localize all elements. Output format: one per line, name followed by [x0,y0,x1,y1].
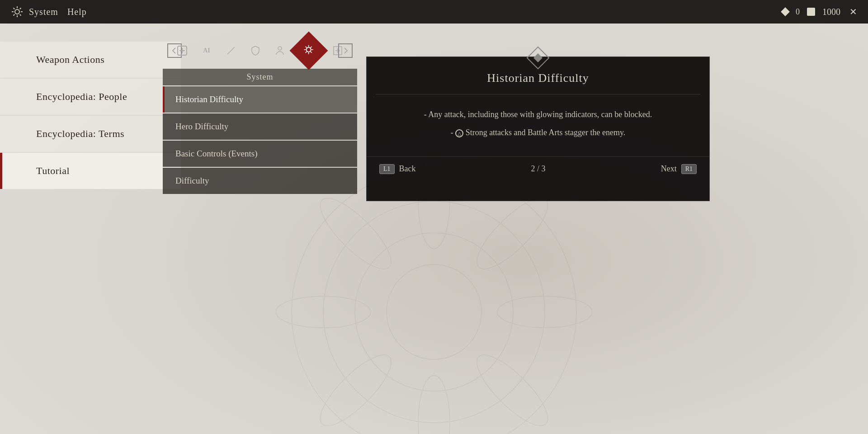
tab-next-arrow[interactable] [338,43,353,58]
detail-content-line-2: - △ Strong attacks and Battle Arts stagg… [383,125,693,140]
svg-point-14 [278,47,282,50]
currency-count: 0 [796,7,800,17]
currency-diamond-icon [781,7,790,16]
detail-content-line-2-text: Strong attacks and Battle Arts stagger t… [466,128,626,137]
back-button[interactable]: L1 Back [379,164,416,174]
detail-content-line-1: - Any attack, including those with glowi… [383,107,693,122]
next-button[interactable]: Next R1 [661,164,697,174]
sidebar-label-encyclopedia-terms: Encyclopedia: Terms [36,128,124,140]
detail-header-diamond [528,48,548,68]
triangle-icon: △ [455,129,463,137]
pagination: 2 / 3 [531,164,546,174]
detail-content: - Any attack, including those with glowi… [367,94,709,153]
tab-icon-1[interactable] [171,39,193,62]
menu-item-label-historian: Historian Difficulty [175,94,243,104]
next-badge: R1 [681,164,697,174]
tab-icons-row: AI [163,24,357,69]
menu-item-label-basic-controls: Basic Controls (Events) [175,149,258,158]
topbar-right: 0 1000 ✕ [782,6,857,17]
back-badge: L1 [379,164,395,174]
sidebar-label-weapon-actions: Weapon Actions [36,54,104,66]
back-label: Back [399,164,416,174]
center-panel: AI [163,24,357,195]
sidebar-item-encyclopedia-terms[interactable]: Encyclopedia: Terms [0,116,181,152]
sidebar: Weapon Actions Encyclopedia: People Ency… [0,24,181,434]
sidebar-label-encyclopedia-people: Encyclopedia: People [36,91,127,103]
svg-point-12 [15,9,19,14]
svg-point-1 [323,201,545,423]
sidebar-item-encyclopedia-people[interactable]: Encyclopedia: People [0,79,181,115]
menu-item-label-difficulty: Difficulty [175,176,209,185]
topbar-left: System Help [11,5,87,18]
next-label: Next [661,164,677,174]
menu-item-label-hero: Hero Difficulty [175,122,228,131]
topbar-help-label: Help [67,7,87,17]
svg-point-8 [418,375,450,434]
menu-item-basic-controls[interactable]: Basic Controls (Events) [163,141,357,167]
svg-point-2 [355,233,513,391]
sidebar-item-tutorial[interactable]: Tutorial [0,153,181,189]
close-icon[interactable]: ✕ [849,6,857,17]
stop-icon [807,8,815,16]
svg-point-3 [387,264,481,359]
menu-item-difficulty[interactable]: Difficulty [163,168,357,194]
topbar-system-label: System [29,7,58,17]
menu-item-historian-difficulty[interactable]: Historian Difficulty [163,86,357,113]
detail-panel: Historian Difficulty - Any attack, inclu… [366,57,710,201]
topbar: System Help 0 1000 ✕ [0,0,868,24]
sidebar-label-tutorial: Tutorial [36,165,70,177]
tab-icon-sword[interactable] [220,39,242,62]
tab-icon-shield[interactable] [244,39,267,62]
menu-list: Historian Difficulty Hero Difficulty Bas… [163,86,357,194]
currency-total: 1000 [822,7,840,17]
tab-icon-person[interactable] [269,39,291,62]
detail-footer: L1 Back 2 / 3 Next R1 [367,156,709,181]
section-label: System [163,69,357,85]
tab-icon-ai[interactable]: AI [195,39,218,62]
gear-icon [11,5,24,18]
svg-point-0 [292,170,576,434]
menu-item-hero-difficulty[interactable]: Hero Difficulty [163,113,357,140]
tab-icon-system-active[interactable] [293,35,325,66]
